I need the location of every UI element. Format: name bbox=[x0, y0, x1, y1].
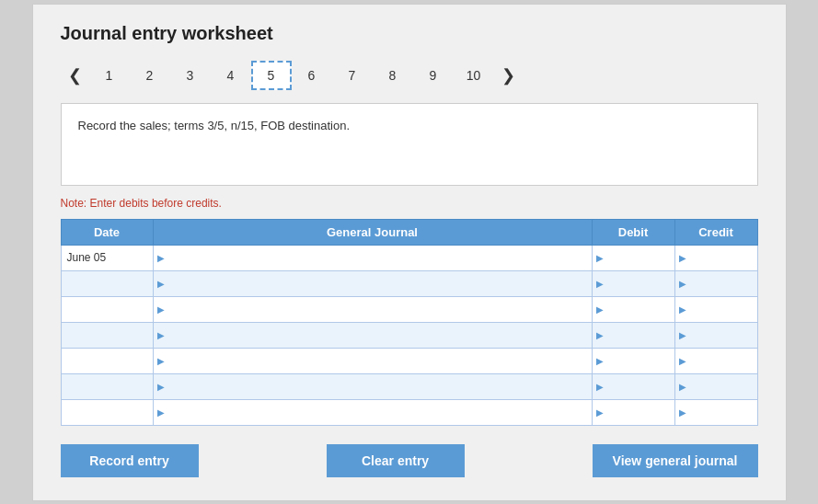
debit-input-6[interactable] bbox=[593, 400, 674, 425]
col-credit: Credit bbox=[674, 219, 757, 245]
date-cell-6 bbox=[61, 399, 153, 425]
journal-input-6[interactable] bbox=[154, 400, 592, 425]
page-10[interactable]: 10 bbox=[454, 63, 494, 88]
journal-cell-2[interactable] bbox=[153, 296, 592, 322]
credit-cell-6[interactable] bbox=[674, 399, 757, 425]
instruction-box: Record the sales; terms 3/5, n/15, FOB d… bbox=[61, 103, 758, 186]
date-cell-5 bbox=[61, 373, 153, 399]
page-3[interactable]: 3 bbox=[170, 63, 211, 88]
table-row: June 05 bbox=[61, 245, 757, 270]
table-row bbox=[61, 270, 757, 296]
journal-input-2[interactable] bbox=[154, 297, 592, 322]
debit-input-5[interactable] bbox=[593, 374, 674, 399]
prev-arrow[interactable]: ❮ bbox=[61, 62, 89, 89]
view-general-journal-button[interactable]: View general journal bbox=[593, 444, 758, 477]
col-debit: Debit bbox=[592, 219, 674, 245]
credit-cell-3[interactable] bbox=[674, 322, 757, 348]
journal-worksheet-container: Journal entry worksheet ❮ 1 2 3 4 5 6 7 … bbox=[32, 4, 787, 501]
col-date: Date bbox=[61, 219, 153, 245]
credit-input-4[interactable] bbox=[675, 349, 757, 373]
page-8[interactable]: 8 bbox=[373, 63, 413, 88]
page-7[interactable]: 7 bbox=[332, 63, 373, 88]
debit-cell-4[interactable] bbox=[592, 348, 674, 373]
debit-input-4[interactable] bbox=[593, 349, 674, 373]
credit-input-5[interactable] bbox=[675, 374, 757, 399]
page-9[interactable]: 9 bbox=[413, 63, 454, 88]
record-entry-button[interactable]: Record entry bbox=[61, 444, 199, 477]
credit-input-2[interactable] bbox=[675, 297, 757, 322]
table-row bbox=[61, 348, 757, 373]
journal-input-4[interactable] bbox=[154, 349, 592, 373]
credit-input-1[interactable] bbox=[675, 271, 757, 296]
debit-cell-5[interactable] bbox=[592, 373, 674, 399]
buttons-row: Record entry Clear entry View general jo… bbox=[61, 444, 758, 477]
journal-cell-0[interactable] bbox=[153, 245, 592, 270]
journal-input-1[interactable] bbox=[154, 271, 592, 296]
credit-input-0[interactable] bbox=[675, 246, 757, 270]
table-row bbox=[61, 322, 757, 348]
credit-input-6[interactable] bbox=[675, 400, 757, 425]
credit-input-3[interactable] bbox=[675, 323, 757, 348]
debit-cell-2[interactable] bbox=[592, 296, 674, 322]
date-cell-0: June 05 bbox=[61, 245, 153, 270]
date-cell-3 bbox=[61, 322, 153, 348]
note-text: Note: Enter debits before credits. bbox=[61, 197, 758, 210]
debit-cell-1[interactable] bbox=[592, 270, 674, 296]
col-general-journal: General Journal bbox=[153, 219, 592, 245]
credit-cell-2[interactable] bbox=[674, 296, 757, 322]
date-cell-2 bbox=[61, 296, 153, 322]
page-5[interactable]: 5 bbox=[251, 61, 292, 90]
date-cell-4 bbox=[61, 348, 153, 373]
next-arrow[interactable]: ❯ bbox=[494, 62, 523, 89]
journal-input-5[interactable] bbox=[154, 374, 592, 399]
credit-cell-0[interactable] bbox=[674, 245, 757, 270]
date-cell-1 bbox=[61, 270, 153, 296]
journal-input-3[interactable] bbox=[154, 323, 592, 348]
journal-cell-6[interactable] bbox=[153, 399, 592, 425]
page-6[interactable]: 6 bbox=[292, 63, 332, 88]
credit-cell-1[interactable] bbox=[674, 270, 757, 296]
debit-input-3[interactable] bbox=[593, 323, 674, 348]
instruction-text: Record the sales; terms 3/5, n/15, FOB d… bbox=[78, 119, 351, 132]
table-row bbox=[61, 296, 757, 322]
page-4[interactable]: 4 bbox=[211, 63, 251, 88]
pagination: ❮ 1 2 3 4 5 6 7 8 9 10 ❯ bbox=[61, 61, 758, 90]
journal-input-0[interactable] bbox=[154, 246, 592, 270]
journal-cell-1[interactable] bbox=[153, 270, 592, 296]
credit-cell-5[interactable] bbox=[674, 373, 757, 399]
journal-cell-3[interactable] bbox=[153, 322, 592, 348]
table-row bbox=[61, 399, 757, 425]
page-2[interactable]: 2 bbox=[130, 63, 170, 88]
debit-cell-3[interactable] bbox=[592, 322, 674, 348]
debit-cell-0[interactable] bbox=[592, 245, 674, 270]
credit-cell-4[interactable] bbox=[674, 348, 757, 373]
clear-entry-button[interactable]: Clear entry bbox=[327, 444, 465, 477]
page-title: Journal entry worksheet bbox=[61, 23, 758, 44]
debit-cell-6[interactable] bbox=[592, 399, 674, 425]
debit-input-1[interactable] bbox=[593, 271, 674, 296]
debit-input-0[interactable] bbox=[593, 246, 674, 270]
page-1[interactable]: 1 bbox=[89, 63, 130, 88]
debit-input-2[interactable] bbox=[593, 297, 674, 322]
journal-cell-4[interactable] bbox=[153, 348, 592, 373]
journal-cell-5[interactable] bbox=[153, 373, 592, 399]
journal-table: Date General Journal Debit Credit June 0… bbox=[61, 219, 758, 426]
table-row bbox=[61, 373, 757, 399]
